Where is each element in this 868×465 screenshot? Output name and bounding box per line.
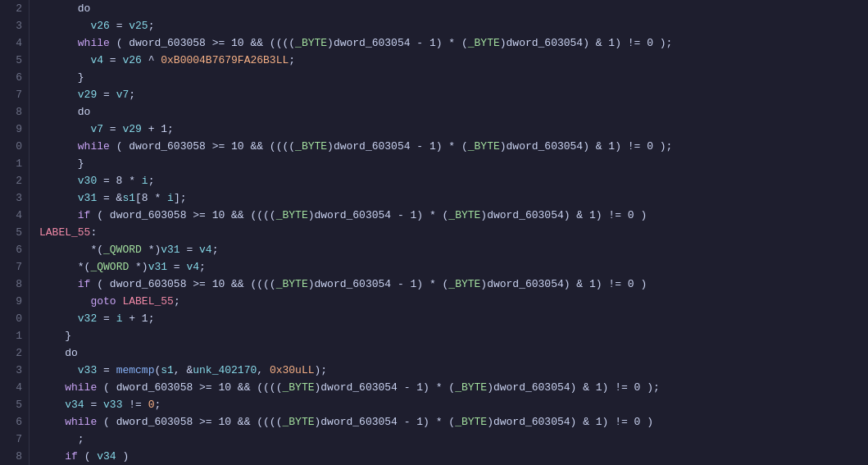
- code-token-plain: [39, 175, 78, 187]
- code-line: *(_QWORD *)v31 = v4;: [39, 258, 868, 276]
- code-token-plain: *): [142, 244, 161, 256]
- code-line: do: [39, 103, 868, 121]
- code-token-var: unk_402170: [193, 364, 257, 376]
- code-token-kw: goto: [90, 295, 116, 308]
- code-line: while ( dword_603058 >= 10 && ((((_BYTE)…: [39, 379, 868, 396]
- code-token-var: v25: [129, 20, 148, 32]
- code-token-type: _BYTE: [276, 209, 308, 221]
- code-token-type: _QWORD: [103, 244, 142, 256]
- line-number: 8: [7, 103, 22, 121]
- code-token-plain: ;: [174, 295, 180, 308]
- code-line: do: [39, 0, 868, 17]
- line-number: 5: [7, 396, 22, 413]
- line-number: 3: [7, 189, 22, 207]
- code-token-plain: )dword_603054 - 1) * (: [315, 416, 456, 428]
- code-line: do: [39, 344, 868, 362]
- code-token-plain: }: [39, 330, 71, 342]
- code-token-type: _BYTE: [282, 416, 314, 428]
- code-token-var: v31: [148, 261, 167, 273]
- code-line: }: [39, 327, 868, 344]
- code-token-var: v34: [65, 399, 84, 411]
- code-token-plain: ;: [148, 175, 155, 187]
- code-token-var: v31: [78, 192, 97, 204]
- code-token-plain: )dword_603054) & 1) != 0 );: [500, 37, 673, 49]
- code-token-plain: =: [97, 364, 116, 376]
- code-token-plain: do: [39, 106, 90, 118]
- code-token-var: v7: [90, 123, 103, 135]
- code-line: if ( dword_603058 >= 10 && ((((_BYTE)dwo…: [39, 276, 868, 293]
- code-token-label: LABEL_55: [122, 295, 173, 308]
- code-token-var: v4: [186, 261, 199, 273]
- code-token-plain: }: [39, 157, 84, 170]
- code-line: v29 = v7;: [39, 86, 868, 103]
- code-token-plain: [39, 89, 78, 101]
- code-token-plain: :: [90, 226, 97, 239]
- code-token-var: v31: [161, 244, 180, 256]
- code-line: }: [39, 69, 868, 86]
- code-token-var: v33: [103, 399, 122, 411]
- line-number: 6: [7, 241, 22, 258]
- code-line: LABEL_55:: [39, 224, 868, 241]
- code-token-plain: [39, 416, 65, 428]
- code-line: goto LABEL_55;: [39, 293, 868, 310]
- line-number: 4: [7, 34, 22, 52]
- code-token-plain: )dword_603054) & 1) != 0 ): [480, 278, 647, 290]
- code-token-plain: [39, 54, 90, 66]
- code-token-plain: =: [97, 312, 116, 325]
- code-token-plain: do: [39, 347, 78, 359]
- code-token-plain: [39, 278, 78, 290]
- code-token-plain: [39, 37, 78, 49]
- code-token-type: _BYTE: [468, 37, 500, 49]
- code-token-plain: ( dword_603058 >= 10 && ((((: [90, 209, 275, 221]
- code-token-plain: *): [129, 261, 148, 273]
- code-token-var: v32: [78, 312, 97, 325]
- line-number: 9: [7, 121, 22, 138]
- code-token-plain: ( dword_603058 >= 10 && ((((: [90, 278, 275, 290]
- code-token-plain: )dword_603054) & 1) != 0 ): [480, 209, 647, 221]
- code-token-type: _BYTE: [448, 278, 480, 290]
- code-line: v26 = v25;: [39, 17, 868, 34]
- code-token-plain: ( dword_603058 >= 10 && ((((: [110, 37, 295, 49]
- code-token-plain: ;: [199, 261, 206, 273]
- code-token-var: i: [142, 175, 148, 187]
- code-token-var: i: [167, 192, 174, 204]
- code-token-plain: [39, 295, 90, 308]
- code-token-var: v34: [97, 450, 116, 463]
- code-token-var: v29: [78, 89, 97, 101]
- line-number: 7: [7, 258, 22, 276]
- line-number: 7: [7, 431, 22, 448]
- code-token-plain: )dword_603054) & 1) != 0 );: [487, 381, 660, 394]
- code-token-plain: *(: [39, 261, 90, 273]
- code-token-plain: }: [39, 71, 84, 84]
- code-token-plain: = &: [97, 192, 122, 204]
- code-line: ;: [39, 431, 868, 448]
- code-line: if ( v34 ): [39, 448, 868, 465]
- line-number-column: 2345678901234567890123456789: [0, 0, 30, 465]
- line-number: 8: [7, 448, 22, 465]
- code-token-plain: ;: [39, 433, 84, 445]
- code-line: while ( dword_603058 >= 10 && ((((_BYTE)…: [39, 34, 868, 52]
- code-token-plain: =: [167, 261, 186, 273]
- code-token-plain: [39, 364, 78, 376]
- code-token-plain: ;: [154, 399, 161, 411]
- code-token-plain: ( dword_603058 >= 10 && ((((: [97, 381, 282, 394]
- code-token-plain: ,: [257, 364, 270, 376]
- code-line: v4 = v26 ^ 0xB0004B7679FA26B3LL;: [39, 52, 868, 69]
- code-token-plain: )dword_603054 - 1) * (: [327, 140, 468, 153]
- code-token-plain: , &: [174, 364, 193, 376]
- code-token-kw: while: [78, 37, 110, 49]
- line-number: 3: [7, 362, 22, 379]
- line-number: 1: [7, 327, 22, 344]
- code-content[interactable]: do v26 = v25; while ( dword_603058 >= 10…: [30, 0, 868, 465]
- code-token-plain: [39, 20, 90, 32]
- code-line: while ( dword_603058 >= 10 && ((((_BYTE)…: [39, 413, 868, 431]
- code-token-plain: + 1;: [122, 312, 154, 325]
- code-token-plain: ( dword_603058 >= 10 && ((((: [110, 140, 295, 153]
- code-token-plain: ;: [129, 89, 135, 101]
- code-token-plain: *(: [39, 244, 103, 256]
- code-token-plain: );: [315, 364, 328, 376]
- line-number: 4: [7, 379, 22, 396]
- line-number: 9: [7, 293, 22, 310]
- code-token-type: _BYTE: [468, 140, 500, 153]
- code-token-type: _BYTE: [455, 416, 487, 428]
